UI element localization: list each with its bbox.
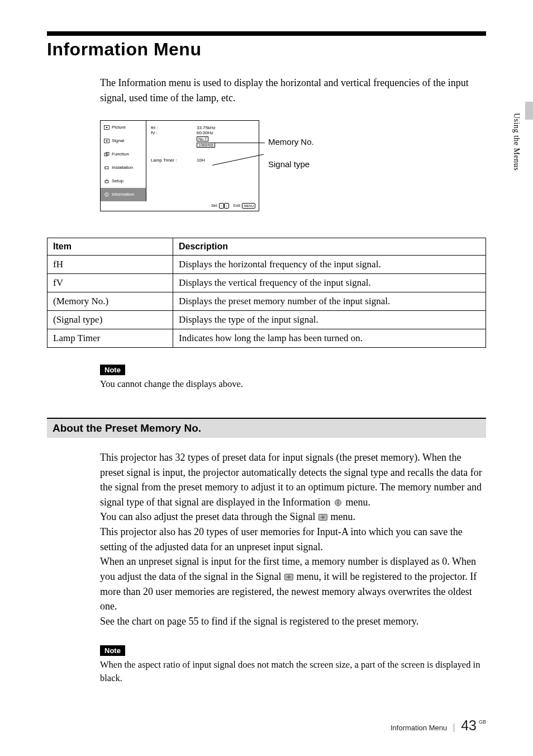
osd-panel: Picture Signal Function bbox=[100, 120, 259, 211]
table-cell-item: fV bbox=[47, 274, 173, 292]
function-icon bbox=[104, 152, 110, 157]
note-text: When the aspect ratio of input signal do… bbox=[100, 658, 486, 685]
table-row: fV Displays the vertical frequency of th… bbox=[47, 274, 486, 292]
footer-title: Information Menu bbox=[391, 724, 454, 732]
osd-item-label: Picture bbox=[112, 125, 126, 130]
body-p5: See the chart on page 55 to find if the … bbox=[100, 616, 418, 627]
table-cell-item: (Memory No.) bbox=[47, 292, 173, 311]
table-row: fH Displays the horizontal frequency of … bbox=[47, 256, 486, 274]
osd-item-picture: Picture bbox=[101, 121, 146, 134]
osd-lamp-label: Lamp Timer : bbox=[151, 158, 193, 163]
description-table: Item Description fH Displays the horizon… bbox=[47, 238, 486, 348]
table-row: (Signal type) Displays the type of the i… bbox=[47, 311, 486, 329]
osd-item-label: Signal bbox=[112, 138, 124, 143]
osd-fh-value: 33.75kHz bbox=[197, 125, 216, 130]
information-icon bbox=[104, 192, 110, 197]
table-cell-desc: Displays the horizontal frequency of the… bbox=[173, 256, 486, 274]
osd-callouts: Memory No. Signal type bbox=[259, 120, 371, 215]
title-rule bbox=[47, 31, 486, 36]
osd-footer-exit: Exit: bbox=[234, 204, 241, 207]
callout-signal-type: Signal type bbox=[268, 159, 310, 169]
subheading: About the Preset Memory No. bbox=[47, 418, 486, 438]
osd-fv-value: 60.00Hz bbox=[197, 130, 213, 135]
svg-point-1 bbox=[106, 126, 107, 127]
svg-point-15 bbox=[337, 500, 339, 502]
osd-fh-label: fH : bbox=[151, 125, 193, 130]
osd-memory-no: No.7 bbox=[197, 136, 208, 141]
table-cell-item: Lamp Timer bbox=[47, 329, 173, 348]
menu-key-icon: MENU bbox=[242, 203, 255, 209]
osd-item-installation: Installation bbox=[101, 161, 146, 174]
note-2: Note When the aspect ratio of input sign… bbox=[100, 645, 486, 685]
callout-memory-no: Memory No. bbox=[268, 137, 314, 147]
picture-icon bbox=[104, 125, 110, 130]
svg-rect-14 bbox=[337, 502, 339, 504]
svg-rect-9 bbox=[105, 181, 108, 183]
footer-page-number: 43 bbox=[454, 717, 477, 734]
body-p2a: You can also adjust the preset data thro… bbox=[100, 511, 318, 522]
table-cell-item: (Signal type) bbox=[47, 311, 173, 329]
footer-region: GB bbox=[477, 719, 486, 725]
table-cell-desc: Indicates how long the lamp has been tur… bbox=[173, 329, 486, 348]
information-menu-icon bbox=[333, 496, 343, 504]
signal-menu-icon bbox=[284, 570, 294, 578]
osd-footer-sel: Sel: bbox=[211, 204, 218, 207]
table-cell-desc: Displays the type of the input signal. bbox=[173, 311, 486, 329]
note-label: Note bbox=[100, 365, 125, 375]
osd-item-information: Information bbox=[101, 188, 146, 201]
setup-icon bbox=[104, 179, 110, 183]
page-footer: Information Menu 43 GB bbox=[391, 717, 486, 734]
note-text: You cannot change the displays above. bbox=[100, 377, 486, 391]
osd-item-label: Setup bbox=[112, 178, 123, 183]
intro-paragraph: The Information menu is used to display … bbox=[100, 75, 486, 106]
table-cell-desc: Displays the preset memory number of the… bbox=[173, 292, 486, 311]
osd-fv-label: fV : bbox=[151, 130, 193, 135]
osd-lamp-value: 10H bbox=[197, 158, 205, 163]
body-p1a: This projector has 32 types of preset da… bbox=[100, 452, 482, 508]
svg-point-12 bbox=[106, 193, 107, 193]
body-text: This projector has 32 types of preset da… bbox=[100, 450, 486, 629]
table-cell-desc: Displays the vertical frequency of the i… bbox=[173, 274, 486, 292]
table-row: Lamp Timer Indicates how long the lamp h… bbox=[47, 329, 486, 348]
table-head-desc: Description bbox=[173, 238, 486, 256]
signal-menu-icon bbox=[318, 511, 328, 518]
svg-rect-5 bbox=[104, 153, 107, 156]
osd-item-label: Function bbox=[112, 152, 129, 157]
arrow-up-icon: ↑ bbox=[219, 203, 224, 209]
note-1: Note You cannot change the displays abov… bbox=[100, 365, 486, 391]
osd-sidebar: Picture Signal Function bbox=[101, 121, 146, 201]
osd-item-label: Information bbox=[112, 192, 134, 197]
osd-signal-type: 1080/60i bbox=[197, 143, 215, 148]
osd-item-function: Function bbox=[101, 148, 146, 161]
osd-footer: Sel: ↑↓ Exit: MENU bbox=[101, 201, 259, 211]
svg-rect-6 bbox=[106, 152, 109, 155]
table-cell-item: fH bbox=[47, 256, 173, 274]
note-label: Note bbox=[100, 645, 125, 656]
osd-figure: Picture Signal Function bbox=[100, 120, 486, 215]
page-title: Information Menu bbox=[47, 39, 486, 60]
svg-rect-7 bbox=[105, 167, 108, 169]
table-row: (Memory No.) Displays the preset memory … bbox=[47, 292, 486, 311]
table-head-item: Item bbox=[47, 238, 173, 256]
body-p3: This projector also has 20 types of user… bbox=[100, 526, 463, 552]
arrow-down-icon: ↓ bbox=[224, 203, 229, 209]
osd-content: fH : 33.75kHz fV : 60.00Hz No.7 1080/60i… bbox=[146, 121, 259, 201]
body-p2b: menu. bbox=[331, 511, 356, 522]
signal-icon bbox=[104, 139, 110, 143]
body-p1b: menu. bbox=[345, 497, 370, 508]
osd-item-setup: Setup bbox=[101, 174, 146, 188]
osd-item-label: Installation bbox=[112, 165, 133, 170]
osd-item-signal: Signal bbox=[101, 134, 146, 148]
installation-icon bbox=[104, 166, 110, 170]
